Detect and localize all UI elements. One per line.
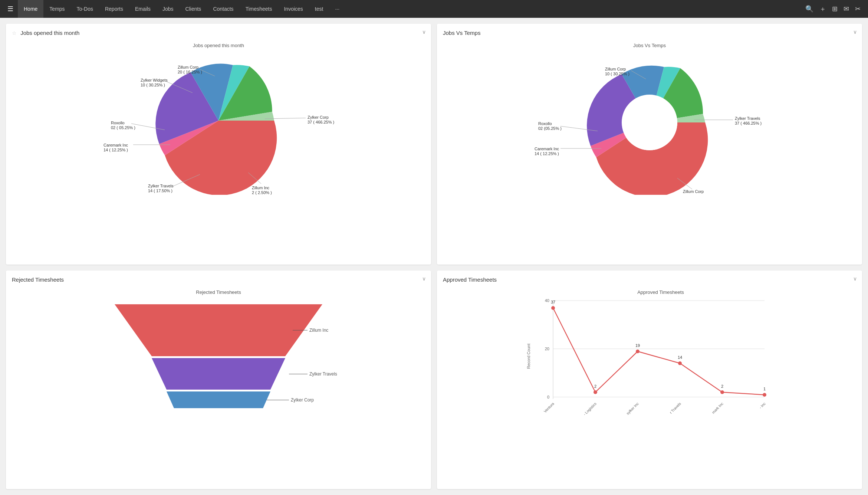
collapse-chevron-2[interactable]: ∨	[853, 29, 857, 35]
svg-text:02 ( 05.25% ): 02 ( 05.25% )	[111, 125, 135, 130]
nav-clients[interactable]: Clients	[180, 0, 207, 18]
svg-text:10 ( 30.25% ): 10 ( 30.25% )	[605, 72, 629, 76]
donut-chart: Jobs Vs Temps Zylke	[523, 39, 776, 195]
svg-text:0: 0	[547, 395, 549, 399]
jobs-opened-title: ☆ Jobs opened this month	[12, 30, 425, 36]
navbar: ☰ Home Temps To-Dos Reports Emails Jobs …	[0, 0, 868, 18]
funnel-label-zylker-travels: Zylker Travels	[309, 371, 337, 377]
data-point-4[interactable]	[720, 390, 724, 394]
nav-emails[interactable]: Emails	[129, 0, 157, 18]
svg-text:14 ( 17.50% ): 14 ( 17.50% )	[148, 189, 172, 193]
dashboard: ☆ Jobs opened this month ∨ Jobs opened t…	[0, 18, 868, 495]
data-point-1[interactable]	[594, 390, 597, 394]
pie-chart-1-area: Jobs opened this month Zylker Corp 37	[12, 39, 425, 195]
approved-timesheets-card: Approved Timesheets ∨ Approved Timesheet…	[437, 271, 862, 489]
x-label-0: Ventura	[543, 401, 555, 413]
donut-chart-title: Jobs Vs Temps	[633, 43, 666, 48]
x-label-2: sylker Inc	[625, 401, 640, 416]
jobs-vs-temps-title: Jobs Vs Temps	[443, 30, 856, 36]
add-icon[interactable]: ＋	[819, 4, 826, 13]
svg-text:02 ( 2.50% ): 02 ( 2.50% )	[683, 194, 705, 195]
y-axis-label: Record Count	[526, 344, 531, 369]
value-label-3: 14	[678, 355, 682, 360]
x-label-4: mark Inc	[711, 401, 724, 414]
hamburger-icon[interactable]: ☰	[3, 5, 18, 13]
value-label-0: 37	[551, 300, 555, 304]
nav-test[interactable]: test	[309, 0, 329, 18]
svg-text:14 ( 12.25% ): 14 ( 12.25% )	[103, 148, 128, 152]
pie-chart-1: Jobs opened this month Zylker Corp 37	[92, 39, 345, 195]
line-chart-title: Approved Timesheets	[637, 289, 684, 295]
donut-chart-area: Jobs Vs Temps Zylke	[443, 39, 856, 195]
scissors-icon[interactable]: ✂	[855, 5, 861, 13]
rejected-timesheets-title: Rejected Timesheets	[12, 276, 425, 283]
search-icon[interactable]: 🔍	[805, 5, 813, 13]
nav-contacts[interactable]: Contacts	[207, 0, 239, 18]
value-label-2: 19	[635, 343, 640, 348]
svg-point-15	[622, 95, 677, 150]
pie1-label-zylker-travels: Zylker Travels	[148, 184, 174, 188]
line-chart-series	[553, 308, 765, 395]
pie1-label-zillum-inc: Zillum Inc	[252, 186, 270, 190]
svg-text:14 ( 12.25% ): 14 ( 12.25% )	[535, 151, 559, 156]
svg-text:Zylker Travels: Zylker Travels	[735, 116, 760, 121]
funnel-layer-zylker-corp[interactable]	[167, 391, 270, 408]
data-point-2[interactable]	[636, 350, 640, 353]
svg-text:20 ( 16.25% ): 20 ( 16.25% )	[178, 70, 202, 74]
data-point-3[interactable]	[678, 361, 682, 365]
nav-more[interactable]: ···	[329, 0, 345, 18]
svg-text:02 (05.25% ): 02 (05.25% )	[538, 126, 562, 131]
pie1-label-roxollo: Roxollo	[111, 121, 125, 125]
x-label-1: - Logistics	[582, 401, 597, 416]
pie1-label-zylker-corp: Zylker Corp	[308, 115, 329, 119]
svg-text:Zillum Corp: Zillum Corp	[683, 189, 704, 194]
svg-text:10 ( 30.25% ): 10 ( 30.25% )	[141, 83, 165, 87]
layout-icon[interactable]: ⊞	[832, 5, 838, 13]
collapse-chevron-3[interactable]: ∨	[422, 276, 426, 282]
funnel-layer-zillum-inc[interactable]	[115, 304, 322, 356]
svg-text:40: 40	[545, 298, 549, 303]
nav-jobs[interactable]: Jobs	[157, 0, 180, 18]
x-label-3: r Travels	[669, 401, 682, 414]
svg-text:20: 20	[545, 347, 549, 351]
collapse-chevron[interactable]: ∨	[422, 29, 426, 35]
pie1-label-zylker-widgets: Zylker Widgets	[141, 78, 168, 82]
email-icon[interactable]: ✉	[844, 5, 849, 13]
jobs-opened-card: ☆ Jobs opened this month ∨ Jobs opened t…	[6, 24, 431, 265]
value-label-5: 1	[763, 387, 766, 391]
pie1-label-caremark: Caremark Inc	[103, 143, 128, 147]
funnel-label-zylker-corp: Zylker Corp	[291, 397, 314, 403]
collapse-chevron-4[interactable]: ∨	[853, 276, 857, 282]
funnel-chart-area: Rejected Timesheets Zillum Inc Zylker Tr…	[12, 286, 425, 419]
nav-todos[interactable]: To-Dos	[71, 0, 99, 18]
x-label-5: - Inc	[758, 401, 766, 410]
jobs-vs-temps-card: Jobs Vs Temps ∨ Jobs Vs Temps	[437, 24, 862, 265]
approved-timesheets-title: Approved Timesheets	[443, 276, 856, 283]
pie1-chart-title: Jobs opened this month	[193, 43, 244, 48]
svg-text:37 ( 466.25% ): 37 ( 466.25% )	[308, 120, 334, 124]
funnel-chart: Rejected Timesheets Zillum Inc Zylker Tr…	[92, 286, 345, 419]
funnel-chart-title: Rejected Timesheets	[196, 289, 241, 295]
svg-text:2 ( 2.50% ): 2 ( 2.50% )	[252, 190, 272, 195]
rejected-timesheets-card: Rejected Timesheets ∨ Rejected Timesheet…	[6, 271, 431, 489]
nav-invoices[interactable]: Invoices	[278, 0, 309, 18]
star-icon: ☆	[12, 30, 17, 36]
nav-reports[interactable]: Reports	[99, 0, 129, 18]
nav-timesheets[interactable]: Timesheets	[240, 0, 278, 18]
nav-home[interactable]: Home	[18, 0, 43, 18]
svg-text:Caremark Inc: Caremark Inc	[535, 147, 559, 151]
funnel-layer-zylker-travels[interactable]	[152, 358, 285, 390]
pie1-label-zillum-corp: Zillum Corp	[178, 65, 198, 69]
svg-text:37 ( 466.25% ): 37 ( 466.25% )	[735, 121, 762, 125]
line-chart-area: Approved Timesheets Record Count 0 20 40	[443, 286, 856, 419]
svg-text:Roxollo: Roxollo	[538, 121, 552, 126]
nav-temps[interactable]: Temps	[43, 0, 70, 18]
value-label-4: 2	[721, 384, 723, 389]
svg-text:Zillum Corp: Zillum Corp	[605, 67, 626, 71]
funnel-label-zillum-inc: Zillum Inc	[309, 328, 328, 333]
value-label-1: 2	[594, 384, 596, 389]
data-point-0[interactable]	[551, 306, 555, 310]
data-point-5[interactable]	[763, 393, 766, 397]
line-chart: Approved Timesheets Record Count 0 20 40	[523, 286, 776, 419]
